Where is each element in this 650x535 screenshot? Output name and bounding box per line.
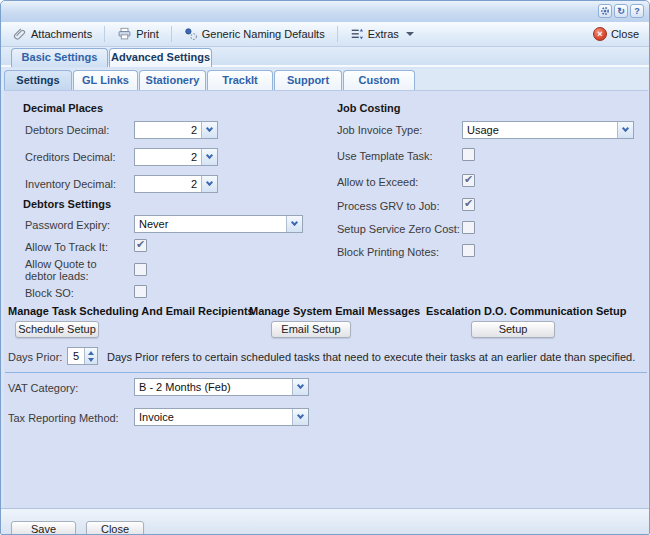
field-label: Password Expiry: bbox=[25, 219, 110, 231]
select-value: Never bbox=[135, 216, 286, 232]
heading-escalation-do-setup: Escalation D.O. Communication Setup bbox=[426, 305, 626, 317]
select-value: 2 bbox=[135, 176, 201, 192]
select-value: 2 bbox=[135, 149, 201, 165]
spinner-value: 5 bbox=[68, 348, 84, 364]
main-tab-strip: Basic Settings Advanced Settings bbox=[1, 47, 649, 67]
process-grv-to-job-checkbox[interactable] bbox=[462, 198, 475, 211]
help-button[interactable]: ? bbox=[630, 4, 644, 18]
close-label: Close bbox=[611, 28, 639, 40]
chevron-down-icon[interactable] bbox=[286, 216, 302, 232]
subtab-support-logs[interactable]: Support Logs bbox=[274, 70, 342, 90]
field-label: Debtors Decimal: bbox=[25, 124, 109, 136]
field-label: Tax Reporting Method: bbox=[8, 412, 119, 424]
subtab-stationery[interactable]: Stationery bbox=[139, 70, 206, 90]
field-label: Setup Service Zero Cost: bbox=[337, 223, 460, 235]
creditors-decimal-select[interactable]: 2 bbox=[134, 148, 218, 166]
save-button[interactable]: Save bbox=[11, 521, 76, 535]
toolbar-separator bbox=[337, 26, 338, 42]
field-label: Use Template Task: bbox=[337, 150, 433, 162]
allow-to-track-it-checkbox[interactable] bbox=[134, 239, 147, 252]
chevron-down-icon[interactable] bbox=[201, 149, 217, 165]
generic-naming-defaults-label: Generic Naming Defaults bbox=[202, 28, 325, 40]
close-button[interactable]: × Close bbox=[589, 25, 643, 43]
generic-naming-defaults-button[interactable]: Generic Naming Defaults bbox=[178, 25, 331, 43]
heading-manage-task-scheduling: Manage Task Scheduling And Email Recipie… bbox=[8, 305, 254, 317]
schedule-setup-button[interactable]: Schedule Setup bbox=[15, 321, 99, 338]
setup-service-zero-cost-checkbox[interactable] bbox=[462, 221, 475, 234]
tab-label: Stationery bbox=[146, 74, 200, 86]
debtors-decimal-select[interactable]: 2 bbox=[134, 121, 218, 139]
tab-basic-settings[interactable]: Basic Settings bbox=[11, 48, 108, 67]
print-label: Print bbox=[136, 28, 159, 40]
field-label: Job Invoice Type: bbox=[337, 124, 422, 136]
section-title-decimal-places: Decimal Places bbox=[23, 102, 103, 114]
escalation-setup-button[interactable]: Setup bbox=[471, 321, 555, 338]
close-icon: × bbox=[593, 27, 607, 41]
tax-reporting-method-select[interactable]: Invoice bbox=[134, 408, 309, 426]
field-label: Allow To Track It: bbox=[25, 241, 108, 253]
use-template-task-checkbox[interactable] bbox=[462, 148, 475, 161]
toolbar: Attachments Print Generic Naming Default… bbox=[1, 22, 649, 47]
days-prior-description: Days Prior refers to certain scheduled t… bbox=[107, 351, 642, 363]
field-label: Block Printing Notes: bbox=[337, 246, 439, 258]
tab-advanced-settings[interactable]: Advanced Settings bbox=[109, 48, 212, 67]
toolbar-separator bbox=[171, 26, 172, 42]
chevron-down-icon[interactable] bbox=[201, 122, 217, 138]
subtab-gl-links[interactable]: GL Links bbox=[73, 70, 138, 90]
tab-label: GL Links bbox=[82, 74, 129, 86]
chevron-down-icon[interactable] bbox=[617, 122, 633, 138]
paperclip-icon bbox=[13, 27, 27, 41]
naming-defaults-icon bbox=[184, 27, 198, 41]
allow-quote-debtor-leads-checkbox[interactable] bbox=[134, 263, 147, 276]
field-label: Block SO: bbox=[25, 287, 74, 299]
days-prior-label: Days Prior: bbox=[8, 351, 62, 363]
allow-to-exceed-checkbox[interactable] bbox=[462, 174, 475, 187]
titlebar: ↻ ? bbox=[1, 1, 649, 22]
spinner-down-icon[interactable] bbox=[88, 358, 94, 362]
help-icon: ? bbox=[634, 6, 640, 16]
password-expiry-select[interactable]: Never bbox=[134, 215, 303, 233]
heading-manage-system-email: Manage System Email Messages bbox=[249, 305, 420, 317]
footer-bar: Save Close bbox=[1, 508, 649, 535]
tab-label: Basic Settings bbox=[22, 51, 98, 63]
gear-icon bbox=[600, 6, 610, 16]
section-title-job-costing: Job Costing bbox=[337, 102, 401, 114]
divider bbox=[5, 372, 647, 373]
tab-label: Settings bbox=[16, 74, 59, 86]
block-printing-notes-checkbox[interactable] bbox=[462, 244, 475, 257]
extras-label: Extras bbox=[368, 28, 399, 40]
caret-down-icon bbox=[406, 32, 414, 36]
chevron-down-icon[interactable] bbox=[292, 409, 308, 425]
subtab-trackit[interactable]: TrackIt bbox=[207, 70, 273, 90]
job-invoice-type-select[interactable]: Usage bbox=[462, 121, 634, 139]
field-label: Inventory Decimal: bbox=[25, 178, 116, 190]
tab-label: Advanced Settings bbox=[111, 51, 210, 63]
chevron-down-icon[interactable] bbox=[292, 379, 308, 395]
block-so-checkbox[interactable] bbox=[134, 285, 147, 298]
gear-button[interactable] bbox=[598, 4, 612, 18]
refresh-icon: ↻ bbox=[617, 6, 625, 16]
inventory-decimal-select[interactable]: 2 bbox=[134, 175, 218, 193]
extras-icon bbox=[350, 27, 364, 41]
subtab-custom-fields[interactable]: Custom Fields bbox=[343, 70, 415, 90]
select-value: Invoice bbox=[135, 409, 292, 425]
close-button-footer[interactable]: Close bbox=[86, 521, 144, 535]
printer-icon bbox=[117, 27, 132, 41]
vat-category-select[interactable]: B - 2 Months (Feb) bbox=[134, 378, 309, 396]
attachments-button[interactable]: Attachments bbox=[7, 25, 98, 43]
chevron-down-icon[interactable] bbox=[201, 176, 217, 192]
settings-window: ↻ ? Attachments Print bbox=[0, 0, 650, 535]
extras-button[interactable]: Extras bbox=[344, 25, 420, 43]
spinner-up-icon[interactable] bbox=[88, 351, 94, 355]
refresh-button[interactable]: ↻ bbox=[614, 4, 628, 18]
select-value: Usage bbox=[463, 122, 617, 138]
field-label: Allow Quote to debtor leads: bbox=[25, 258, 127, 282]
email-setup-button[interactable]: Email Setup bbox=[271, 321, 351, 338]
section-title-debtors-settings: Debtors Settings bbox=[23, 198, 111, 210]
attachments-label: Attachments bbox=[31, 28, 92, 40]
days-prior-spinner[interactable]: 5 bbox=[67, 347, 98, 365]
print-button[interactable]: Print bbox=[111, 25, 165, 43]
subtab-settings[interactable]: Settings bbox=[4, 70, 72, 90]
field-label: Allow to Exceed: bbox=[337, 176, 418, 188]
sub-tab-strip: Settings GL Links Stationery TrackIt Sup… bbox=[1, 69, 649, 90]
